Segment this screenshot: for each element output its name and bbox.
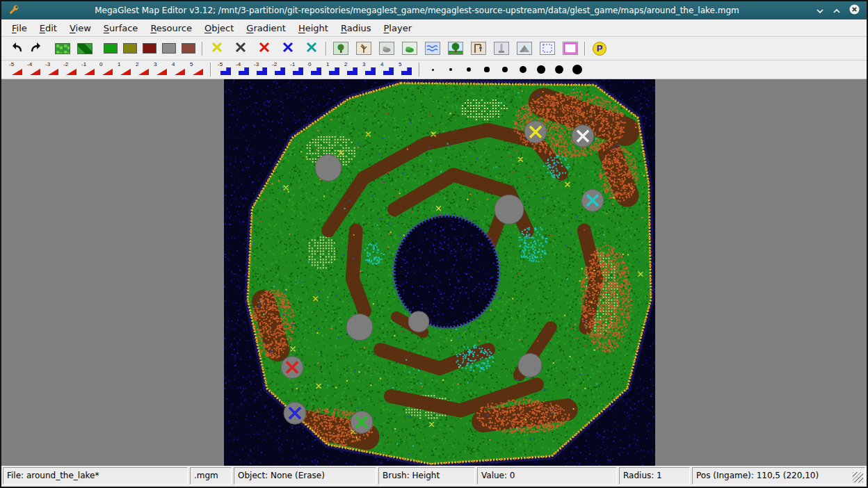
resource-button-4[interactable]: [278, 39, 298, 58]
menu-resource[interactable]: Resource: [144, 21, 198, 35]
height-shape-icon: [275, 67, 285, 75]
water-object-icon: [425, 42, 440, 55]
height-button-minus5[interactable]: -5: [216, 61, 234, 78]
map-canvas[interactable]: [224, 79, 655, 466]
chevron-up-icon: [833, 4, 841, 17]
gradient-button-minus4[interactable]: -4: [25, 61, 43, 78]
height-button-0[interactable]: 0: [306, 61, 324, 78]
none-frame-icon: [563, 42, 578, 55]
surface-button-2[interactable]: [121, 39, 139, 58]
player-info-button[interactable]: P: [590, 39, 609, 58]
resource-x-icon: [282, 41, 294, 56]
resource-button-2[interactable]: [231, 39, 250, 58]
gradient-button-minus5[interactable]: -5: [7, 61, 25, 78]
status-pos: Pos (Ingame): 110,5 (220,10): [692, 467, 865, 485]
shade-button[interactable]: [816, 4, 824, 17]
object-tree-button[interactable]: [331, 39, 351, 58]
radius-button-6[interactable]: [515, 61, 531, 78]
object-water-object-button[interactable]: [423, 39, 442, 58]
undo-button[interactable]: [7, 39, 26, 58]
height-button-1[interactable]: 1: [324, 61, 342, 78]
status-extension: .mgm: [190, 467, 232, 485]
gradient-button-minus1[interactable]: -1: [79, 61, 97, 78]
height-shape-icon: [257, 67, 267, 75]
menu-object[interactable]: Object: [198, 21, 240, 35]
radius-button-9[interactable]: [569, 61, 586, 78]
object-statue-button[interactable]: [492, 39, 511, 58]
surface-button-5[interactable]: [179, 39, 198, 58]
menu-radius[interactable]: Radius: [335, 21, 378, 35]
resource-button-3[interactable]: [255, 39, 274, 58]
gradient-button-minus2[interactable]: -2: [61, 61, 79, 78]
window-controls: [809, 4, 867, 17]
resource-button-5[interactable]: [302, 39, 321, 58]
height-button-minus3[interactable]: -3: [252, 61, 270, 78]
height-button-minus4[interactable]: -4: [234, 61, 252, 78]
status-radius: Radius: 1: [619, 467, 690, 485]
radius-button-7[interactable]: [533, 61, 549, 78]
radius-button-4[interactable]: [479, 61, 495, 78]
stone-icon: [379, 42, 394, 55]
object-dead-tree-button[interactable]: [354, 39, 373, 58]
height-button-minus1[interactable]: -1: [288, 61, 306, 78]
titlebar[interactable]: MegaGlest Map Editor v3.12; /mnt/3-parti…: [1, 1, 867, 19]
radius-dot-icon: [502, 67, 508, 73]
radius-button-1[interactable]: [424, 61, 441, 78]
gradient-button-3[interactable]: 3: [152, 61, 170, 78]
terrain-button-1[interactable]: [53, 39, 72, 58]
gradient-button-2[interactable]: 2: [134, 61, 152, 78]
gradient-button-0[interactable]: 0: [97, 61, 115, 78]
statue-icon: [494, 42, 509, 55]
menu-height[interactable]: Height: [292, 21, 335, 35]
resource-x-icon: [234, 41, 247, 56]
menu-file[interactable]: File: [6, 21, 33, 35]
object-none-frame-button[interactable]: [561, 39, 580, 58]
object-big-tree-button[interactable]: [446, 39, 465, 58]
object-stone-button[interactable]: [377, 39, 396, 58]
status-object: Object: None (Erase): [234, 467, 376, 485]
height-button-3[interactable]: 3: [360, 61, 378, 78]
surface-button-4[interactable]: [160, 39, 178, 58]
menu-gradient[interactable]: Gradient: [240, 21, 292, 35]
gradient-shape-icon: [193, 67, 203, 75]
resource-button-1[interactable]: [207, 39, 227, 58]
radius-button-8[interactable]: [551, 61, 568, 78]
resource-x-icon: [211, 41, 223, 56]
surface-button-1[interactable]: [102, 39, 120, 58]
gradient-button-5[interactable]: 5: [188, 61, 206, 78]
gradient-shape-icon: [175, 67, 185, 75]
height-button-minus2[interactable]: -2: [270, 61, 288, 78]
object-big-rock-button[interactable]: [515, 39, 534, 58]
maximize-button[interactable]: [833, 4, 841, 17]
gradient-button-4[interactable]: 4: [170, 61, 188, 78]
resource-x-icon: [258, 41, 271, 56]
menu-player[interactable]: Player: [378, 21, 418, 35]
gradient-button-1[interactable]: 1: [115, 61, 134, 78]
object-invisible-blocking-button[interactable]: [538, 39, 557, 58]
redo-button[interactable]: [26, 39, 46, 58]
radius-button-2[interactable]: [442, 61, 459, 78]
radius-dot-icon: [555, 65, 564, 74]
menu-edit[interactable]: Edit: [33, 21, 63, 35]
menu-surface[interactable]: Surface: [97, 21, 145, 35]
surface-swatch-icon: [104, 43, 118, 54]
height-shape-icon: [311, 67, 321, 75]
object-hanged-button[interactable]: [469, 39, 488, 58]
height-button-4[interactable]: 4: [378, 61, 396, 78]
resize-grip[interactable]: [853, 472, 863, 482]
height-button-5[interactable]: 5: [396, 61, 415, 78]
radius-button-3[interactable]: [460, 61, 477, 78]
object-bush-button[interactable]: [400, 39, 419, 58]
radius-button-5[interactable]: [497, 61, 513, 78]
height-shape-icon: [347, 67, 357, 75]
gradient-button-minus3[interactable]: -3: [43, 61, 61, 78]
close-button[interactable]: [849, 4, 860, 17]
terrain-button-2[interactable]: [75, 39, 95, 58]
secondary-grass-texture-icon: [77, 43, 93, 54]
height-button-2[interactable]: 2: [342, 61, 360, 78]
surface-button-3[interactable]: [140, 39, 159, 58]
height-shape-icon: [239, 67, 249, 75]
menu-view[interactable]: View: [63, 21, 97, 35]
gradient-shape-icon: [48, 67, 58, 75]
radius-dot-icon: [449, 68, 452, 71]
